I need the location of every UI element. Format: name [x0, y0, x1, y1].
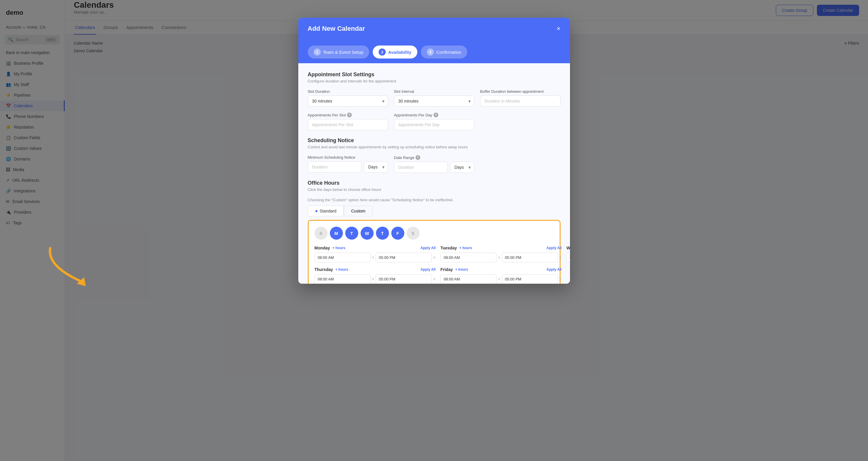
day-wednesday-circle[interactable]: W	[361, 227, 374, 240]
appt-per-day-group: Appointments Per Day ?	[394, 113, 474, 130]
monday-time-row: × ×	[314, 253, 436, 262]
step-1-number: 1	[314, 49, 321, 56]
step-1-label: Team & Event Setup	[323, 50, 364, 55]
day-circles: S M T W T F S	[314, 227, 554, 240]
step-3-label: Confirmation	[436, 50, 461, 55]
schedule-box: S M T W T F S Monday	[308, 220, 561, 284]
tuesday-start-input[interactable]	[440, 253, 496, 262]
wednesday-start-input[interactable]	[566, 253, 570, 262]
appt-per-day-tooltip-icon: ?	[434, 113, 438, 117]
appt-per-slot-group: Appointments Per Slot ?	[308, 113, 388, 130]
appt-per-slot-label: Appointments Per Slot ?	[308, 113, 388, 117]
radio-selected-icon: ●	[315, 208, 318, 214]
date-range-duration-input[interactable]	[394, 162, 448, 173]
wednesday-schedule: Wednesday + hours Apply All × ×	[566, 246, 570, 262]
mode-standard-btn[interactable]: ● Standard	[308, 206, 344, 216]
modal-overlay[interactable]: Add New Calendar × 1 Team & Event Setup …	[0, 0, 868, 461]
monday-end-remove[interactable]: ×	[433, 255, 436, 260]
monday-start-input[interactable]	[314, 253, 371, 262]
day-tuesday-circle[interactable]: T	[345, 227, 358, 240]
slot-settings-title: Appointment Slot Settings	[308, 71, 561, 78]
date-range-group: Date Range ? Days	[394, 155, 474, 173]
mode-custom-btn[interactable]: Custom	[344, 206, 373, 216]
scheduling-notice-section: Scheduling Notice Control and avoid last…	[308, 137, 561, 149]
slot-duration-row: Slot Duration 30 minutes Slot Interval 3…	[308, 89, 561, 107]
appt-per-slot-input[interactable]	[308, 119, 388, 130]
thursday-start-input[interactable]	[314, 274, 371, 284]
day-saturday-circle[interactable]: S	[407, 227, 420, 240]
office-hours-notice: Choosing the "Custom" option here would …	[308, 198, 561, 202]
slot-interval-label: Slot Interval	[394, 89, 474, 94]
monday-end-input[interactable]	[376, 253, 432, 262]
day-thursday-circle[interactable]: T	[376, 227, 389, 240]
date-range-placeholder	[480, 155, 561, 173]
thursday-add-hours[interactable]: + hours	[336, 267, 348, 271]
modal-body: Appointment Slot Settings Configure dura…	[298, 63, 570, 284]
date-range-unit-select[interactable]: Days	[450, 162, 474, 173]
scheduling-notice-subtitle: Control and avoid last minute appointmen…	[308, 145, 561, 149]
slot-interval-select[interactable]: 30 minutes	[394, 95, 474, 107]
friday-add-hours[interactable]: + hours	[455, 267, 468, 271]
slot-interval-select-wrapper: 30 minutes	[394, 95, 474, 107]
tuesday-schedule: Tuesday + hours Apply All × ×	[440, 246, 562, 262]
monday-apply-all[interactable]: Apply All	[421, 246, 436, 250]
thursday-end-remove[interactable]: ×	[433, 277, 436, 282]
monday-add-hours[interactable]: + hours	[332, 246, 345, 250]
min-scheduling-unit-select[interactable]: Days	[364, 161, 388, 173]
date-range-tooltip-icon: ?	[415, 155, 420, 160]
tuesday-end-input[interactable]	[502, 253, 558, 262]
tuesday-add-hours[interactable]: + hours	[459, 246, 472, 250]
tuesday-apply-all[interactable]: Apply All	[547, 246, 562, 250]
date-range-label: Date Range ?	[394, 155, 474, 160]
buffer-duration-input[interactable]	[480, 95, 561, 107]
add-new-calendar-modal: Add New Calendar × 1 Team & Event Setup …	[298, 18, 570, 284]
slot-duration-label: Slot Duration	[308, 89, 388, 94]
friday-label-row: Friday + hours Apply All	[440, 267, 562, 272]
day-sunday-circle[interactable]: S	[314, 227, 328, 240]
friday-start-input[interactable]	[440, 274, 496, 284]
slot-duration-select-wrapper: 30 minutes	[308, 95, 388, 107]
appt-per-slot-tooltip-icon: ?	[347, 113, 352, 117]
tuesday-time-row: × ×	[440, 253, 562, 262]
step-2-availability[interactable]: 2 Availability	[373, 46, 417, 59]
min-scheduling-duration-input[interactable]	[308, 161, 362, 173]
modal-title: Add New Calendar	[308, 25, 365, 32]
thursday-apply-all[interactable]: Apply All	[421, 267, 436, 271]
day-friday-circle[interactable]: F	[391, 227, 404, 240]
slot-duration-select[interactable]: 30 minutes	[308, 95, 388, 107]
slot-interval-value: 30 minutes	[398, 99, 418, 104]
friday-apply-all[interactable]: Apply All	[547, 267, 562, 271]
appt-row: Appointments Per Slot ? Appointments Per…	[308, 113, 561, 130]
friday-start-remove[interactable]: ×	[498, 277, 500, 282]
step-1-team-event-setup[interactable]: 1 Team & Event Setup	[308, 46, 369, 59]
tuesday-end-remove[interactable]: ×	[559, 255, 562, 260]
modal-close-button[interactable]: ×	[557, 25, 561, 32]
thursday-start-remove[interactable]: ×	[372, 277, 374, 282]
day-schedule-grid: Monday + hours Apply All × ×	[314, 246, 554, 284]
office-hours-mode-group: ● Standard Custom	[308, 206, 561, 216]
appt-per-day-label: Appointments Per Day ?	[394, 113, 474, 117]
appt-placeholder-group	[480, 113, 561, 130]
tuesday-start-remove[interactable]: ×	[498, 255, 500, 260]
step-3-number: 3	[427, 49, 434, 56]
monday-schedule: Monday + hours Apply All × ×	[314, 246, 436, 262]
friday-end-remove[interactable]: ×	[559, 277, 562, 282]
min-scheduling-unit-wrapper: Days	[364, 161, 388, 173]
min-scheduling-label: Minimum Scheduling Notice	[308, 155, 388, 160]
wednesday-label-row: Wednesday + hours Apply All	[566, 246, 570, 250]
slot-settings-subtitle: Configure duration and intervals for the…	[308, 79, 561, 83]
friday-schedule: Friday + hours Apply All × ×	[440, 267, 562, 284]
thursday-label-row: Thursday + hours Apply All	[314, 267, 436, 272]
thursday-end-input[interactable]	[376, 274, 432, 284]
appt-per-day-input[interactable]	[394, 119, 474, 130]
friday-end-input[interactable]	[502, 274, 558, 284]
monday-start-remove[interactable]: ×	[372, 255, 374, 260]
buffer-duration-label: Buffer Duration between appointment	[480, 89, 561, 94]
thursday-time-row: × ×	[314, 274, 436, 284]
step-2-number: 2	[379, 49, 386, 56]
step-3-confirmation[interactable]: 3 Confirmation	[421, 46, 467, 59]
day-monday-circle[interactable]: M	[330, 227, 343, 240]
steps-row: 1 Team & Event Setup 2 Availability 3 Co…	[298, 39, 570, 59]
scheduling-notice-row: Minimum Scheduling Notice Days Date Rang…	[308, 155, 561, 173]
slot-duration-group: Slot Duration 30 minutes	[308, 89, 388, 107]
